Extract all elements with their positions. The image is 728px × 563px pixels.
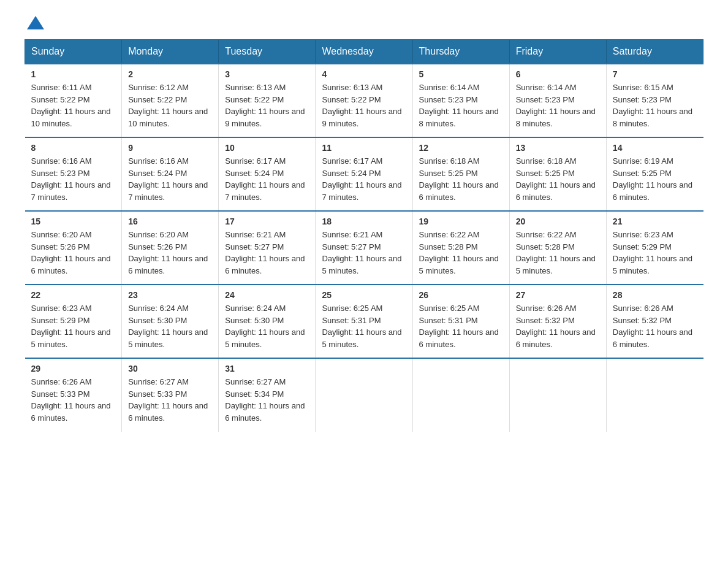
week-row-2: 8 Sunrise: 6:16 AMSunset: 5:23 PMDayligh… — [25, 137, 703, 211]
day-cell: 15 Sunrise: 6:20 AMSunset: 5:26 PMDaylig… — [25, 211, 122, 285]
week-row-1: 1 Sunrise: 6:11 AMSunset: 5:22 PMDayligh… — [25, 64, 703, 137]
day-cell: 7 Sunrise: 6:15 AMSunset: 5:23 PMDayligh… — [606, 64, 703, 137]
day-info: Sunrise: 6:27 AMSunset: 5:33 PMDaylight:… — [128, 377, 208, 423]
day-number: 7 — [613, 69, 697, 79]
day-number: 26 — [419, 290, 503, 300]
day-cell: 17 Sunrise: 6:21 AMSunset: 5:27 PMDaylig… — [219, 211, 316, 285]
calendar-body: 1 Sunrise: 6:11 AMSunset: 5:22 PMDayligh… — [25, 64, 703, 432]
day-number: 18 — [322, 216, 406, 226]
day-info: Sunrise: 6:12 AMSunset: 5:22 PMDaylight:… — [128, 83, 208, 128]
day-number: 28 — [613, 290, 697, 300]
logo-triangle-icon — [27, 16, 44, 29]
day-info: Sunrise: 6:16 AMSunset: 5:23 PMDaylight:… — [31, 156, 111, 202]
day-number: 4 — [322, 69, 406, 79]
day-info: Sunrise: 6:20 AMSunset: 5:26 PMDaylight:… — [128, 230, 208, 275]
day-cell: 3 Sunrise: 6:13 AMSunset: 5:22 PMDayligh… — [219, 64, 316, 137]
day-number: 8 — [31, 143, 116, 153]
calendar-table: SundayMondayTuesdayWednesdayThursdayFrid… — [25, 39, 703, 432]
day-cell: 30 Sunrise: 6:27 AMSunset: 5:33 PMDaylig… — [122, 358, 219, 432]
day-info: Sunrise: 6:27 AMSunset: 5:34 PMDaylight:… — [225, 377, 305, 423]
day-cell: 10 Sunrise: 6:17 AMSunset: 5:24 PMDaylig… — [219, 137, 316, 211]
day-number: 9 — [128, 143, 212, 153]
day-cell: 23 Sunrise: 6:24 AMSunset: 5:30 PMDaylig… — [122, 285, 219, 358]
day-cell: 25 Sunrise: 6:25 AMSunset: 5:31 PMDaylig… — [316, 285, 412, 358]
day-cell: 13 Sunrise: 6:18 AMSunset: 5:25 PMDaylig… — [509, 137, 606, 211]
header-cell-tuesday: Tuesday — [219, 40, 316, 64]
day-number: 12 — [419, 143, 503, 153]
day-info: Sunrise: 6:18 AMSunset: 5:25 PMDaylight:… — [516, 156, 596, 202]
day-info: Sunrise: 6:23 AMSunset: 5:29 PMDaylight:… — [31, 304, 111, 349]
day-number: 11 — [322, 143, 406, 153]
day-info: Sunrise: 6:21 AMSunset: 5:27 PMDaylight:… — [225, 230, 305, 275]
day-cell: 21 Sunrise: 6:23 AMSunset: 5:29 PMDaylig… — [606, 211, 703, 285]
day-number: 17 — [225, 216, 309, 226]
day-number: 14 — [613, 143, 697, 153]
day-info: Sunrise: 6:24 AMSunset: 5:30 PMDaylight:… — [128, 304, 208, 349]
day-cell: 24 Sunrise: 6:24 AMSunset: 5:30 PMDaylig… — [219, 285, 316, 358]
header-cell-thursday: Thursday — [412, 40, 509, 64]
day-number: 2 — [128, 69, 212, 79]
day-number: 5 — [419, 69, 503, 79]
day-info: Sunrise: 6:24 AMSunset: 5:30 PMDaylight:… — [225, 304, 305, 349]
day-cell: 22 Sunrise: 6:23 AMSunset: 5:29 PMDaylig… — [25, 285, 122, 358]
day-info: Sunrise: 6:25 AMSunset: 5:31 PMDaylight:… — [322, 304, 401, 349]
day-info: Sunrise: 6:23 AMSunset: 5:29 PMDaylight:… — [613, 230, 692, 275]
day-info: Sunrise: 6:13 AMSunset: 5:22 PMDaylight:… — [225, 83, 305, 128]
day-number: 29 — [31, 364, 116, 373]
day-number: 16 — [128, 216, 212, 226]
day-info: Sunrise: 6:15 AMSunset: 5:23 PMDaylight:… — [613, 83, 692, 128]
day-info: Sunrise: 6:14 AMSunset: 5:23 PMDaylight:… — [516, 83, 596, 128]
day-info: Sunrise: 6:14 AMSunset: 5:23 PMDaylight:… — [419, 83, 499, 128]
day-info: Sunrise: 6:13 AMSunset: 5:22 PMDaylight:… — [322, 83, 401, 128]
day-cell: 8 Sunrise: 6:16 AMSunset: 5:23 PMDayligh… — [25, 137, 122, 211]
day-number: 24 — [225, 290, 309, 300]
day-info: Sunrise: 6:26 AMSunset: 5:32 PMDaylight:… — [516, 304, 596, 349]
day-number: 20 — [516, 216, 600, 226]
week-row-3: 15 Sunrise: 6:20 AMSunset: 5:26 PMDaylig… — [25, 211, 703, 285]
header-cell-friday: Friday — [509, 40, 606, 64]
day-cell: 16 Sunrise: 6:20 AMSunset: 5:26 PMDaylig… — [122, 211, 219, 285]
calendar-header: SundayMondayTuesdayWednesdayThursdayFrid… — [25, 40, 703, 64]
day-number: 30 — [128, 364, 212, 373]
day-cell: 2 Sunrise: 6:12 AMSunset: 5:22 PMDayligh… — [122, 64, 219, 137]
day-cell: 11 Sunrise: 6:17 AMSunset: 5:24 PMDaylig… — [316, 137, 412, 211]
day-number: 23 — [128, 290, 212, 300]
day-cell: 27 Sunrise: 6:26 AMSunset: 5:32 PMDaylig… — [509, 285, 606, 358]
day-cell — [412, 358, 509, 432]
header-row: SundayMondayTuesdayWednesdayThursdayFrid… — [25, 40, 703, 64]
header-cell-monday: Monday — [122, 40, 219, 64]
day-number: 27 — [516, 290, 600, 300]
day-number: 25 — [322, 290, 406, 300]
day-cell — [509, 358, 606, 432]
day-cell: 12 Sunrise: 6:18 AMSunset: 5:25 PMDaylig… — [412, 137, 509, 211]
day-info: Sunrise: 6:25 AMSunset: 5:31 PMDaylight:… — [419, 304, 499, 349]
day-cell: 31 Sunrise: 6:27 AMSunset: 5:34 PMDaylig… — [219, 358, 316, 432]
day-info: Sunrise: 6:20 AMSunset: 5:26 PMDaylight:… — [31, 230, 111, 275]
header-cell-wednesday: Wednesday — [316, 40, 412, 64]
day-cell: 26 Sunrise: 6:25 AMSunset: 5:31 PMDaylig… — [412, 285, 509, 358]
day-number: 31 — [225, 364, 309, 373]
day-info: Sunrise: 6:19 AMSunset: 5:25 PMDaylight:… — [613, 156, 692, 202]
day-cell — [606, 358, 703, 432]
day-info: Sunrise: 6:11 AMSunset: 5:22 PMDaylight:… — [31, 83, 111, 128]
day-number: 15 — [31, 216, 116, 226]
day-number: 19 — [419, 216, 503, 226]
logo — [25, 18, 44, 27]
week-row-4: 22 Sunrise: 6:23 AMSunset: 5:29 PMDaylig… — [25, 285, 703, 358]
header-cell-sunday: Sunday — [25, 40, 122, 64]
day-cell — [316, 358, 412, 432]
day-cell: 4 Sunrise: 6:13 AMSunset: 5:22 PMDayligh… — [316, 64, 412, 137]
day-number: 3 — [225, 69, 309, 79]
day-number: 10 — [225, 143, 309, 153]
day-number: 1 — [31, 69, 116, 79]
day-info: Sunrise: 6:22 AMSunset: 5:28 PMDaylight:… — [419, 230, 499, 275]
day-number: 6 — [516, 69, 600, 79]
day-cell: 29 Sunrise: 6:26 AMSunset: 5:33 PMDaylig… — [25, 358, 122, 432]
day-number: 13 — [516, 143, 600, 153]
day-info: Sunrise: 6:18 AMSunset: 5:25 PMDaylight:… — [419, 156, 499, 202]
day-cell: 6 Sunrise: 6:14 AMSunset: 5:23 PMDayligh… — [509, 64, 606, 137]
page-header — [25, 18, 703, 27]
day-info: Sunrise: 6:16 AMSunset: 5:24 PMDaylight:… — [128, 156, 208, 202]
day-cell: 20 Sunrise: 6:22 AMSunset: 5:28 PMDaylig… — [509, 211, 606, 285]
day-cell: 28 Sunrise: 6:26 AMSunset: 5:32 PMDaylig… — [606, 285, 703, 358]
